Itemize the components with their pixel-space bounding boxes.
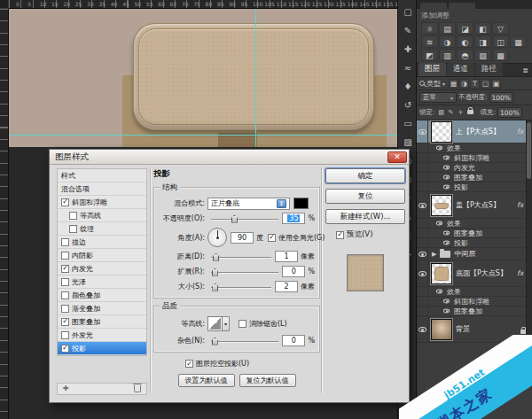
history-brush-tool-icon[interactable]: ↺	[398, 96, 418, 114]
visibility-eye-icon[interactable]	[436, 146, 442, 151]
style-checkbox[interactable]	[69, 212, 77, 220]
exposure-adjustment-icon[interactable]: ◧	[474, 22, 491, 35]
tab-paths[interactable]: 路径	[475, 63, 503, 76]
style-checkbox[interactable]	[61, 305, 69, 313]
adjustment-filter-icon[interactable]: ◑	[459, 79, 469, 89]
curves-adjustment-icon[interactable]: ◪	[457, 22, 473, 35]
effect-row[interactable]: 图案叠加	[417, 173, 532, 182]
style-item-10[interactable]: 渐变叠加	[58, 302, 146, 315]
style-item-13[interactable]: ✓投影	[58, 342, 146, 355]
visibility-eye-icon[interactable]	[443, 309, 450, 314]
black-white-adjustment-icon[interactable]: ◐	[457, 35, 473, 48]
effect-row[interactable]: 图案叠加	[417, 306, 532, 316]
fx-badge[interactable]: fx	[515, 128, 526, 136]
layer-thumbnail[interactable]	[431, 121, 452, 143]
fx-badge[interactable]: fx	[515, 201, 526, 209]
spread-slider[interactable]	[211, 267, 278, 277]
layer-row[interactable]: 背景	[417, 316, 532, 343]
group-caret-icon[interactable]: ▶	[428, 251, 438, 258]
trash-icon[interactable]	[134, 385, 141, 392]
style-checkbox[interactable]	[69, 225, 77, 233]
layers-scrollbar[interactable]	[526, 120, 532, 343]
smart-object-filter-icon[interactable]: ▣	[491, 79, 501, 89]
style-item-7[interactable]: ✓内发光	[58, 262, 146, 275]
layer-thumbnail[interactable]	[431, 263, 452, 284]
dialog-title-bar[interactable]: 图层样式 ✕	[50, 150, 409, 165]
layer-row[interactable]: 底面【P大点S】fx▴	[417, 260, 532, 287]
fill-field[interactable]: 100%	[497, 107, 521, 118]
brightness-contrast-adjustment-icon[interactable]: ☼	[421, 22, 438, 35]
color-balance-adjustment-icon[interactable]: ◑	[439, 35, 456, 48]
style-checkbox[interactable]	[61, 278, 69, 286]
style-checkbox[interactable]: ✓	[61, 265, 69, 273]
visibility-eye-icon[interactable]	[419, 252, 426, 257]
style-item-6[interactable]: 内阴影	[58, 249, 146, 262]
color-lookup-adjustment-icon[interactable]: ▦	[510, 35, 527, 48]
noise-slider[interactable]	[211, 336, 278, 346]
channel-mixer-adjustment-icon[interactable]: ◫	[492, 35, 509, 48]
style-checkbox[interactable]: ✓	[61, 198, 69, 206]
antialias-checkbox[interactable]	[239, 320, 246, 328]
blend-mode-select[interactable]: 正常 ▾	[419, 92, 457, 103]
style-checkbox[interactable]	[61, 252, 69, 260]
angle-field[interactable]: 90	[231, 232, 254, 244]
style-item-1[interactable]: 混合选项	[58, 182, 146, 196]
style-item-2[interactable]: ✓斜面和浮雕	[58, 196, 146, 209]
selective-color-adjustment-icon[interactable]: ▩	[492, 49, 509, 61]
shadow-color-swatch[interactable]	[293, 198, 309, 209]
visibility-eye-icon[interactable]	[419, 327, 426, 332]
opacity-field[interactable]: 35	[282, 213, 305, 224]
pixel-filter-icon[interactable]: ▦	[449, 79, 458, 89]
contour-dropdown-icon[interactable]: ▾	[223, 316, 230, 331]
eyedropper-tool-icon[interactable]: ✎	[398, 21, 418, 40]
size-field[interactable]: 2	[275, 281, 298, 292]
panel-menu-icon[interactable]: ≣	[519, 66, 532, 76]
style-item-5[interactable]: 描边	[58, 236, 146, 249]
close-icon[interactable]: ✕	[387, 151, 407, 163]
style-checkbox[interactable]	[61, 291, 69, 299]
contour-thumbnail[interactable]	[207, 316, 223, 331]
threshold-adjustment-icon[interactable]: ◓	[457, 49, 473, 61]
layer-row[interactable]: 盖【P大点S】fx▴	[417, 192, 532, 219]
tab-layers[interactable]: 图层	[419, 63, 446, 76]
crop-tool-icon[interactable]: ▢	[398, 3, 418, 21]
style-item-0[interactable]: 样式	[58, 169, 146, 182]
effects-header-row[interactable]: 效果	[417, 287, 532, 297]
shape-filter-icon[interactable]: ▢	[481, 79, 490, 89]
spread-field[interactable]: 0	[282, 266, 305, 277]
lock-transparency-icon[interactable]: ▨	[437, 108, 446, 118]
effect-row[interactable]: 内发光	[417, 163, 532, 173]
make-default-button[interactable]: 设置为默认值	[178, 374, 235, 387]
style-item-8[interactable]: 光泽	[58, 275, 146, 289]
brush-tool-icon[interactable]: ≈	[398, 58, 418, 77]
panel-tab-stub[interactable]	[449, 3, 475, 12]
group-row[interactable]: ▶中间层	[417, 248, 532, 260]
distance-slider[interactable]	[211, 252, 271, 262]
effect-row[interactable]: 斜面和浮雕	[417, 153, 532, 163]
style-item-11[interactable]: ✓图案叠加	[58, 315, 146, 329]
preview-checkbox[interactable]: ✓	[336, 231, 344, 239]
visibility-eye-icon[interactable]	[436, 221, 442, 226]
global-light-checkbox[interactable]: ✓	[268, 234, 276, 242]
distance-field[interactable]: 1	[275, 251, 298, 262]
opacity-slider[interactable]	[211, 213, 278, 224]
fx-badge[interactable]: fx	[515, 269, 526, 277]
invert-adjustment-icon[interactable]: ◩	[421, 49, 438, 61]
hue-saturation-adjustment-icon[interactable]: ≋	[421, 35, 438, 48]
visibility-eye-icon[interactable]	[443, 166, 450, 170]
scrollbar-thumb[interactable]	[527, 122, 531, 179]
visibility-eye-icon[interactable]	[436, 290, 442, 294]
visibility-eye-icon[interactable]	[443, 299, 450, 304]
style-checkbox[interactable]: ✓	[61, 345, 69, 353]
effect-row[interactable]: 投影	[417, 182, 532, 192]
effects-header-row[interactable]: 效果	[417, 219, 532, 229]
angle-dial[interactable]	[207, 228, 227, 247]
filter-kind-label[interactable]: 类型	[426, 79, 441, 89]
layer-row[interactable]: 上【P大点S】fx▴	[417, 120, 532, 144]
levels-adjustment-icon[interactable]: ▤	[439, 22, 456, 35]
noise-field[interactable]: 0	[282, 335, 305, 346]
opacity-field[interactable]: 100%	[489, 92, 513, 103]
visibility-eye-icon[interactable]	[443, 241, 450, 245]
clone-stamp-tool-icon[interactable]: ♦	[398, 77, 418, 96]
style-checkbox[interactable]: ✓	[61, 318, 69, 326]
